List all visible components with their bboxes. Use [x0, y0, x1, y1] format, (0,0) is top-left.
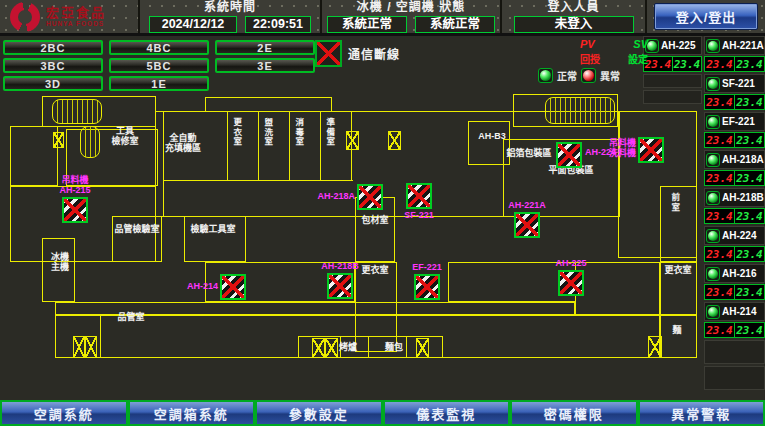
- room-label: 工具 檢修室: [104, 126, 146, 147]
- room-outline: [112, 216, 162, 262]
- logo-text-cn: 宏亞食品: [46, 6, 106, 19]
- unit-name-row[interactable]: SF-221: [704, 74, 765, 93]
- device-label: 吊料機 AH-215: [45, 176, 105, 196]
- status-led-legend: 正常 異常: [538, 68, 620, 83]
- unit-name: AH-224: [722, 230, 756, 241]
- unit-AH-218A: AH-218A23.423.4: [704, 150, 765, 186]
- device-label: AH-214: [170, 282, 218, 292]
- wall-line: [163, 180, 353, 181]
- unit-values: 23.423.4: [704, 322, 765, 338]
- unit-name-row[interactable]: AH-224: [704, 226, 765, 245]
- device-marker-AH-214[interactable]: [220, 274, 246, 300]
- pv-value: 23.4: [705, 57, 735, 71]
- sv-value: 23.4: [735, 247, 764, 261]
- shaft-x-icon: [388, 131, 401, 150]
- device-marker-AH-221A[interactable]: [514, 212, 540, 238]
- sv-value: 23.4: [735, 57, 764, 71]
- unit-values: 23.423.4: [704, 132, 765, 148]
- pv-value: 23.4: [705, 209, 735, 223]
- machine-status-label: 冰機 / 空調機 狀態: [357, 0, 465, 15]
- unit-AH-224: AH-22423.423.4: [704, 226, 765, 262]
- unit-name-row[interactable]: EF-221: [704, 112, 765, 131]
- equipment-column-left: AH-22523.423.4: [643, 36, 702, 104]
- status-led-icon: [706, 115, 720, 129]
- nav-button-1-空調系統[interactable]: 空調系統: [0, 400, 128, 426]
- floor-button-5bc[interactable]: 5BC: [109, 58, 209, 73]
- unit-EF-221: EF-22123.423.4: [704, 112, 765, 148]
- nav-button-2-空調箱系統[interactable]: 空調箱系統: [128, 400, 256, 426]
- floor-button-3e[interactable]: 3E: [215, 58, 315, 73]
- device-marker-AH-218A[interactable]: [357, 184, 383, 210]
- company-logo: 宏亞食品 HUNYA FOODS: [0, 0, 138, 33]
- room-label: 包材室: [358, 215, 392, 225]
- device-marker-AH-225[interactable]: [558, 270, 584, 296]
- wall-line: [289, 111, 290, 180]
- wall-line: [100, 315, 101, 358]
- system-time-label: 系統時間: [204, 0, 256, 15]
- login-user-section: 登入人員 未登入: [500, 0, 645, 33]
- pv-value: 23.4: [705, 247, 735, 261]
- header-bar: 宏亞食品 HUNYA FOODS 系統時間 2024/12/12 22:09:5…: [0, 0, 765, 36]
- unit-name: EF-221: [722, 116, 755, 127]
- nav-button-3-參數設定[interactable]: 參數設定: [255, 400, 383, 426]
- sv-value: 23.4: [735, 285, 764, 299]
- status-led-icon: [706, 229, 720, 243]
- device-label: AH-218B: [310, 262, 370, 272]
- status-led-icon: [706, 305, 720, 319]
- unit-name-row[interactable]: AH-221A: [704, 36, 765, 55]
- nav-button-5-密碼權限[interactable]: 密碼權限: [510, 400, 638, 426]
- sv-value: 23.4: [735, 323, 764, 337]
- abnormal-led-icon: [581, 68, 596, 83]
- floor-button-2e[interactable]: 2E: [215, 40, 315, 55]
- unit-name: AH-221A: [722, 40, 764, 51]
- unit-name-row[interactable]: AH-214: [704, 302, 765, 321]
- device-marker-AH-218B[interactable]: [327, 273, 353, 299]
- chiller-status: 系統正常: [327, 16, 407, 33]
- status-led-icon: [706, 153, 720, 167]
- shaft-x-icon: [73, 336, 85, 358]
- device-marker-EF-221[interactable]: [414, 274, 440, 300]
- room-outline: [184, 216, 246, 262]
- sv-value: 23.4: [735, 171, 764, 185]
- nav-button-6-異常警報[interactable]: 異常警報: [638, 400, 765, 426]
- unit-name-row[interactable]: AH-225: [643, 36, 702, 55]
- shaft-x-icon: [85, 336, 97, 358]
- unit-AH-225: AH-22523.423.4: [643, 36, 702, 72]
- device-marker-AH-224[interactable]: [556, 142, 582, 168]
- hmi-screen: 工具 檢修室全自動 充填機區AH-B3鋁箔包裝區平面包裝區品管檢驗室檢驗工具室包…: [0, 0, 765, 426]
- empty-slot: [643, 74, 702, 88]
- floor-button-3bc[interactable]: 3BC: [3, 58, 103, 73]
- room-label: 消毒室: [293, 118, 303, 147]
- unit-name-row[interactable]: AH-216: [704, 264, 765, 283]
- unit-name-row[interactable]: AH-218B: [704, 188, 765, 207]
- status-led-icon: [706, 77, 720, 91]
- sv-value: 23.4: [673, 57, 701, 71]
- room-outline: [205, 97, 332, 112]
- abnormal-label: 異常: [600, 68, 620, 83]
- login-user-label: 登入人員: [547, 0, 599, 15]
- status-led-icon: [706, 191, 720, 205]
- unit-name-row[interactable]: AH-218A: [704, 150, 765, 169]
- device-marker-SF-221[interactable]: [406, 183, 432, 209]
- unit-values: 23.423.4: [704, 246, 765, 262]
- room-label: AH-B3: [476, 131, 508, 141]
- empty-slot: [643, 90, 702, 104]
- pv-label: PV: [580, 38, 595, 50]
- time-display: 22:09:51: [245, 16, 311, 33]
- room-label: 檢驗工具室: [187, 224, 239, 234]
- room-label: 盥洗室: [262, 118, 272, 147]
- machine-status-section: 冰機 / 空調機 狀態 系統正常 系統正常: [320, 0, 500, 33]
- room-label: 冰機 主機: [48, 252, 72, 273]
- device-marker-AH-215[interactable]: [62, 197, 88, 223]
- login-logout-button[interactable]: 登入/登出: [654, 3, 758, 30]
- wall-line: [163, 111, 164, 217]
- floor-button-2bc[interactable]: 2BC: [3, 40, 103, 55]
- system-time-section: 系統時間 2024/12/12 22:09:51: [138, 0, 320, 33]
- nav-button-4-儀表監視[interactable]: 儀表監視: [383, 400, 511, 426]
- device-label: 吊料機 洗料機: [588, 139, 636, 159]
- sv-name-label: 設定: [628, 51, 648, 66]
- floor-button-3d[interactable]: 3D: [3, 76, 103, 91]
- normal-led-icon: [538, 68, 553, 83]
- floor-button-4bc[interactable]: 4BC: [109, 40, 209, 55]
- floor-button-1e[interactable]: 1E: [109, 76, 209, 91]
